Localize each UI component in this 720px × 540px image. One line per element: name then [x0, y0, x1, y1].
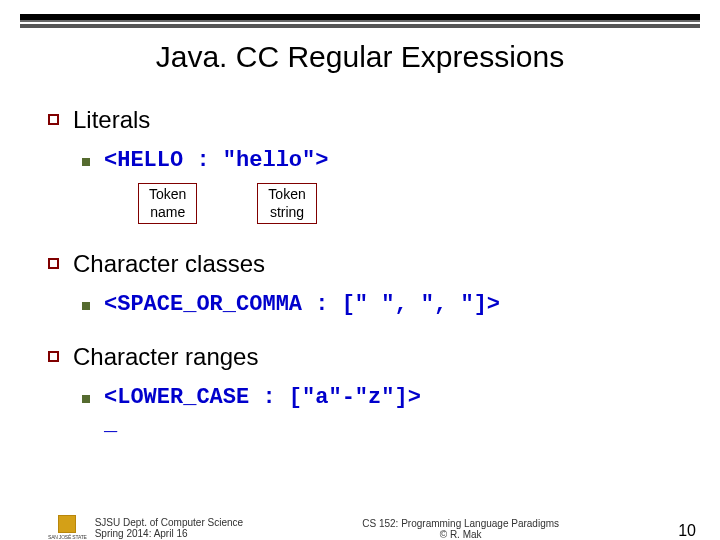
slide-title: Java. CC Regular Expressions: [0, 40, 720, 74]
bullet-fill-icon: [82, 395, 90, 403]
bullet-literals: Literals: [48, 106, 672, 134]
footer-middle: CS 152: Programming Language Paradigms ©…: [243, 518, 678, 540]
decorative-mid-bar: [20, 24, 700, 28]
slide-content: Literals <HELLO : "hello"> Token name To…: [0, 74, 720, 437]
sub-bullet: <LOWER_CASE : ["a"-"z"]>: [82, 385, 672, 410]
annotation-row: Token name Token string: [138, 183, 672, 224]
footer: SAN JOSÉ STATE SJSU Dept. of Computer Sc…: [0, 515, 720, 540]
annotation-text: Token string: [268, 186, 305, 220]
sjsu-logo: SAN JOSÉ STATE: [48, 515, 87, 540]
section-heading: Character ranges: [73, 343, 258, 371]
footer-course: CS 152: Programming Language Paradigms: [243, 518, 678, 529]
decorative-top-bar: [20, 14, 700, 22]
logo-text: SAN JOSÉ STATE: [48, 534, 87, 540]
code-literal: <HELLO : "hello">: [104, 148, 328, 173]
bullet-charranges: Character ranges: [48, 343, 672, 371]
code-charrange: <LOWER_CASE : ["a"-"z"]>: [104, 385, 421, 410]
logo-square-icon: [58, 515, 76, 533]
bullet-charclasses: Character classes: [48, 250, 672, 278]
bullet-fill-icon: [82, 302, 90, 310]
page-number: 10: [678, 522, 696, 540]
footer-dept: SJSU Dept. of Computer Science: [95, 517, 243, 528]
bullet-open-icon: [48, 351, 59, 362]
section-heading: Character classes: [73, 250, 265, 278]
code-charclass: <SPACE_OR_COMMA : [" ", ", "]>: [104, 292, 500, 317]
underscore-mark: _: [104, 412, 672, 437]
sub-bullet: <HELLO : "hello">: [82, 148, 672, 173]
bullet-open-icon: [48, 258, 59, 269]
footer-date: Spring 2014: April 16: [95, 528, 243, 539]
bullet-open-icon: [48, 114, 59, 125]
footer-copyright: © R. Mak: [243, 529, 678, 540]
slide: Java. CC Regular Expressions Literals <H…: [0, 14, 720, 540]
annotation-token-name: Token name: [138, 183, 197, 224]
footer-left: SAN JOSÉ STATE SJSU Dept. of Computer Sc…: [48, 515, 243, 540]
bullet-fill-icon: [82, 158, 90, 166]
annotation-text: Token name: [149, 186, 186, 220]
annotation-token-string: Token string: [257, 183, 316, 224]
sub-bullet: <SPACE_OR_COMMA : [" ", ", "]>: [82, 292, 672, 317]
section-heading: Literals: [73, 106, 150, 134]
footer-left-text: SJSU Dept. of Computer Science Spring 20…: [95, 517, 243, 539]
